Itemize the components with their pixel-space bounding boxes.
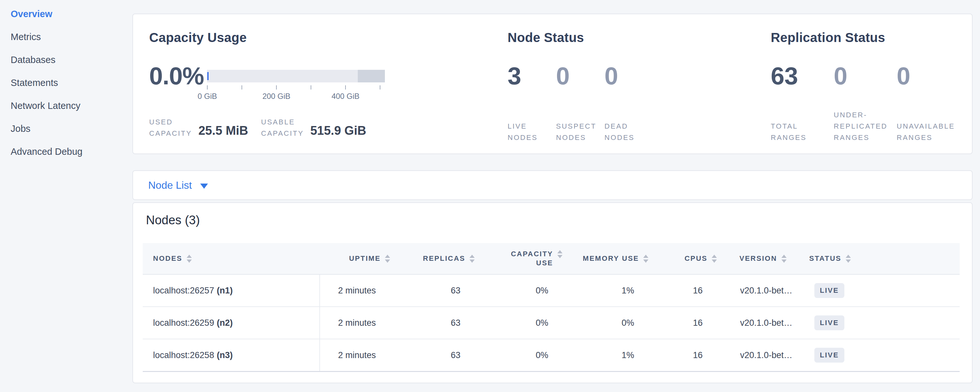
total-ranges-label: TOTAL RANGES [771,109,834,143]
dead-nodes-label: DEAD NODES [605,109,653,143]
node-status-section: Node Status 3 LIVE NODES 0 SUSPECT NODES… [508,30,771,153]
node-address: localhost:26259 [153,318,214,328]
column-label: MEMORY USE [583,254,639,263]
sidebar-item-jobs[interactable]: Jobs [11,124,132,134]
live-nodes-stat: 3 LIVE NODES [508,65,556,143]
capacity-gauge: 0 GiB 200 GiB 400 GiB [207,70,385,102]
uptime-cell: 2 minutes [320,307,390,339]
suspect-nodes-value: 0 [556,65,605,87]
column-label: REPLICAS [423,254,465,263]
nodes-table-card: Nodes (3) NODES UPTIME REP [132,202,972,383]
capacity-use-cell: 0% [475,274,563,307]
status-cell: LIVE [797,274,960,307]
capacity-use-cell: 0% [475,307,563,339]
usable-capacity-metric: USABLE CAPACITY 515.9 GiB [261,116,366,139]
node-address-cell[interactable]: localhost:26257(n1) [143,274,320,307]
chevron-down-icon [200,183,208,189]
cpus-cell: 16 [648,339,717,372]
sort-icon [469,255,475,263]
usable-capacity-label: USABLE CAPACITY [261,116,304,139]
sidebar-item-network-latency[interactable]: Network Latency [11,101,132,110]
live-nodes-label: LIVE NODES [508,109,556,143]
sidebar-item-databases[interactable]: Databases [11,55,132,65]
suspect-nodes-label: SUSPECT NODES [556,109,605,143]
sidebar-item-overview[interactable]: Overview [11,9,132,19]
table-row: localhost:26259(n2) 2 minutes 63 0% 0% 1… [143,307,960,339]
node-id: (n2) [217,318,233,328]
used-capacity-value: 25.5 MiB [198,124,248,138]
suspect-nodes-stat: 0 SUSPECT NODES [556,65,605,143]
node-address-cell[interactable]: localhost:26259(n2) [143,307,320,339]
column-label: CAPACITY USE [505,250,553,268]
gauge-tick-label: 0 GiB [197,92,217,101]
capacity-usage-section: Capacity Usage 0.0% [149,30,508,153]
status-cell: LIVE [797,307,960,339]
total-ranges-value: 63 [771,65,834,87]
under-replicated-ranges-value: 0 [834,65,897,87]
view-selector-card: Node List [132,170,972,200]
memory-use-cell: 0% [563,307,648,339]
capacity-gauge-used-segment [207,72,208,80]
replicas-cell: 63 [390,274,475,307]
node-address-cell[interactable]: localhost:26258(n3) [143,339,320,372]
unavailable-ranges-stat: 0 UNAVAILABLE RANGES [897,65,960,143]
sidebar-item-metrics[interactable]: Metrics [11,32,132,42]
version-cell: v20.1.0-bet… [717,307,797,339]
capacity-gauge-ticks [207,85,385,89]
sort-icon [846,255,851,263]
sort-icon [187,255,192,263]
live-nodes-value: 3 [508,65,556,87]
capacity-gauge-bar [207,70,385,83]
sidebar-item-advanced-debug[interactable]: Advanced Debug [11,147,132,156]
sort-icon [557,250,563,258]
status-cell: LIVE [797,339,960,372]
sort-icon [712,255,717,263]
capacity-percent: 0.0% [149,65,207,87]
dead-nodes-stat: 0 DEAD NODES [605,65,653,143]
under-replicated-ranges-label: UNDER- REPLICATED RANGES [834,109,897,143]
table-row: localhost:26258(n3) 2 minutes 63 0% 1% 1… [143,339,960,372]
gauge-tick [345,85,346,89]
column-header-replicas[interactable]: REPLICAS [390,243,475,274]
gauge-tick [380,85,380,89]
gauge-tick [242,85,242,89]
column-label: STATUS [809,254,842,263]
column-label: UPTIME [349,254,381,263]
uptime-cell: 2 minutes [320,339,390,372]
column-header-status[interactable]: STATUS [797,243,960,274]
column-header-nodes[interactable]: NODES [143,243,320,274]
nodes-table: NODES UPTIME REPLICAS CAPACITY USE MEMOR [143,243,960,372]
column-header-cpus[interactable]: CPUS [648,243,717,274]
column-header-version[interactable]: VERSION [717,243,797,274]
capacity-gauge-row: 0.0% [149,65,508,102]
node-address: localhost:26257 [153,286,214,295]
unavailable-ranges-value: 0 [897,65,960,87]
capacity-metrics: USED CAPACITY 25.5 MiB USABLE CAPACITY 5… [149,116,508,139]
cpus-cell: 16 [648,307,717,339]
nodes-table-title: Nodes (3) [146,213,960,228]
node-address: localhost:26258 [153,350,214,360]
sidebar-item-statements[interactable]: Statements [11,78,132,88]
gauge-tick [276,85,277,89]
node-list-dropdown[interactable]: Node List [148,180,208,190]
capacity-usage-title: Capacity Usage [149,30,508,45]
dead-nodes-value: 0 [605,65,653,87]
gauge-tick-label: 400 GiB [332,92,360,101]
usable-capacity-value: 515.9 GiB [310,124,366,138]
sort-icon [781,255,787,263]
capacity-gauge-tick-labels: 0 GiB 200 GiB 400 GiB [207,92,385,102]
status-badge: LIVE [815,316,845,330]
version-cell: v20.1.0-bet… [717,274,797,307]
column-header-capacity-use[interactable]: CAPACITY USE [475,243,563,274]
node-id: (n1) [217,286,233,295]
used-capacity-label: USED CAPACITY [149,116,192,139]
column-header-memory-use[interactable]: MEMORY USE [563,243,648,274]
column-label: VERSION [740,254,777,263]
capacity-gauge-reserved-segment [358,70,385,83]
node-id: (n3) [217,350,233,360]
column-header-uptime[interactable]: UPTIME [320,243,390,274]
version-cell: v20.1.0-bet… [717,339,797,372]
gauge-tick [207,85,208,89]
capacity-use-cell: 0% [475,339,563,372]
table-row: localhost:26257(n1) 2 minutes 63 0% 1% 1… [143,274,960,307]
